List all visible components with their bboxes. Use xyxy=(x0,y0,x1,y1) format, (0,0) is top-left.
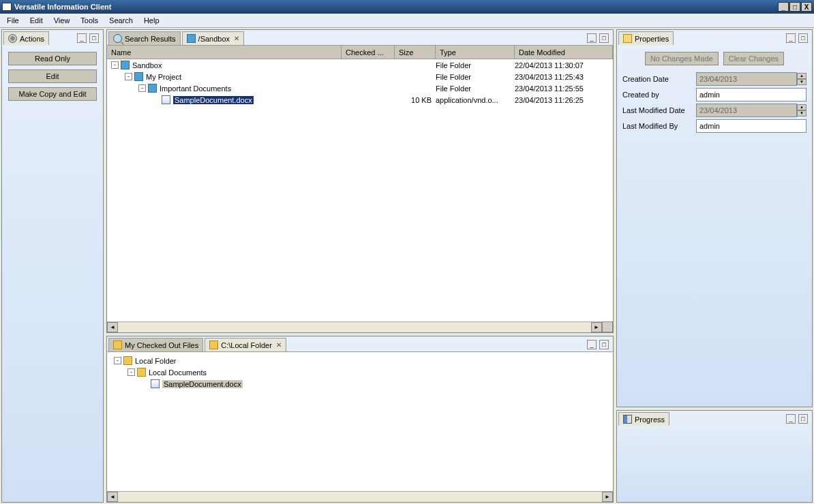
gear-icon xyxy=(8,34,17,43)
created-by-label: Created by xyxy=(622,91,696,99)
properties-tab-label: Properties xyxy=(635,35,669,43)
modified-by-label: Last Modified By xyxy=(622,122,696,130)
make-copy-edit-button[interactable]: Make Copy and Edit xyxy=(8,87,97,101)
sandbox-tab-label: /Sandbox xyxy=(198,35,230,43)
col-name[interactable]: Name xyxy=(107,46,342,59)
tab-actions[interactable]: Actions xyxy=(3,31,49,45)
expander-icon[interactable]: - xyxy=(138,84,146,92)
view-minimize-icon[interactable]: _ xyxy=(587,33,597,43)
actions-tabstrip: Actions _ □ xyxy=(2,30,103,45)
tab-sandbox[interactable]: /Sandbox ✕ xyxy=(182,31,244,45)
maximize-button[interactable]: □ xyxy=(789,2,800,12)
menu-file[interactable]: File xyxy=(1,15,25,26)
search-icon xyxy=(113,34,122,43)
actions-body: Read Only Edit Make Copy and Edit xyxy=(2,45,103,502)
folder-icon xyxy=(209,341,218,349)
menu-view[interactable]: View xyxy=(48,15,76,26)
node-label: Important Documents xyxy=(160,84,231,93)
tree-body[interactable]: -Sandbox File Folder22/04/2013 11:30:07 … xyxy=(107,59,613,321)
folder-icon xyxy=(113,341,122,349)
main-tabstrip: Search Results /Sandbox ✕ _ □ xyxy=(107,30,613,45)
app-icon xyxy=(2,3,12,11)
menu-help[interactable]: Help xyxy=(138,15,165,26)
node-label: Local Documents xyxy=(149,368,207,377)
view-maximize-icon[interactable]: □ xyxy=(599,340,609,349)
date-spinner[interactable]: ▲▼ xyxy=(797,104,807,116)
properties-icon xyxy=(623,34,632,43)
view-minimize-icon[interactable]: _ xyxy=(786,33,796,43)
expander-icon[interactable]: - xyxy=(127,368,135,376)
tree-row[interactable]: -Local Folder xyxy=(110,355,610,366)
tab-checked-out[interactable]: My Checked Out Files xyxy=(108,338,203,351)
expander-icon[interactable]: - xyxy=(114,357,121,364)
local-tabstrip: My Checked Out Files C:\Local Folder ✕ _… xyxy=(107,336,613,351)
local-tree-body[interactable]: -Local Folder -Local Documents SampleDoc… xyxy=(107,352,613,491)
progress-tabstrip: Progress _ □ xyxy=(617,411,812,426)
modified-by-field[interactable]: admin xyxy=(696,119,807,133)
view-maximize-icon[interactable]: □ xyxy=(798,414,808,424)
properties-body: No Changes Made Clear Changes Creation D… xyxy=(617,45,812,142)
clear-changes-button[interactable]: Clear Changes xyxy=(723,52,784,65)
folder-icon xyxy=(121,61,130,69)
document-icon xyxy=(151,379,160,388)
node-label: My Project xyxy=(146,73,181,81)
view-maximize-icon[interactable]: □ xyxy=(798,33,808,43)
tree-row[interactable]: -Sandbox File Folder22/04/2013 11:30:07 xyxy=(107,59,613,71)
creation-date-label: Creation Date xyxy=(622,75,696,83)
read-only-button[interactable]: Read Only xyxy=(8,52,97,65)
node-label: SampleDocument.docx xyxy=(162,380,243,388)
tab-local-folder[interactable]: C:\Local Folder ✕ xyxy=(205,338,286,351)
tree-row[interactable]: -My Project File Folder23/04/2013 11:25:… xyxy=(107,71,613,82)
menu-edit[interactable]: Edit xyxy=(25,15,48,26)
tree-row[interactable]: SampleDocument.docx 10 KBapplication/vnd… xyxy=(107,94,613,106)
col-size[interactable]: Size xyxy=(395,46,436,59)
folder-icon xyxy=(134,72,143,81)
no-changes-button[interactable]: No Changes Made xyxy=(645,52,719,65)
column-headers: Name Checked ... Size Type Date Modified xyxy=(107,46,613,59)
modified-date-field: 23/04/2013 xyxy=(696,104,797,117)
edit-button[interactable]: Edit xyxy=(8,69,97,83)
tree-row[interactable]: -Local Documents xyxy=(110,366,610,378)
progress-body xyxy=(617,426,812,502)
creation-date-field: 23/04/2013 xyxy=(696,72,797,86)
search-tab-label: Search Results xyxy=(125,35,176,43)
view-minimize-icon[interactable]: _ xyxy=(587,340,597,349)
actions-tab-label: Actions xyxy=(20,35,44,43)
view-maximize-icon[interactable]: □ xyxy=(89,33,99,43)
node-label: Local Folder xyxy=(135,357,177,365)
minimize-button[interactable]: _ xyxy=(778,2,789,12)
modified-date-label: Last Modified Date xyxy=(622,106,696,114)
view-maximize-icon[interactable]: □ xyxy=(599,33,609,43)
progress-tab-label: Progress xyxy=(635,415,665,424)
node-label: Sandbox xyxy=(132,61,162,69)
expander-icon[interactable]: - xyxy=(111,61,119,69)
checked-out-tab-label: My Checked Out Files xyxy=(125,341,198,349)
expander-icon[interactable]: - xyxy=(125,73,132,80)
tree-row[interactable]: SampleDocument.docx xyxy=(110,378,610,390)
folder-icon xyxy=(187,34,196,43)
close-tab-icon[interactable]: ✕ xyxy=(276,341,282,349)
col-checked[interactable]: Checked ... xyxy=(342,46,395,59)
col-type[interactable]: Type xyxy=(436,46,515,59)
menu-search[interactable]: Search xyxy=(104,15,138,26)
tree-row[interactable]: -Important Documents File Folder23/04/20… xyxy=(107,82,613,94)
folder-icon xyxy=(137,368,146,377)
scrollbar-horizontal[interactable]: ◄► xyxy=(107,321,602,332)
folder-icon xyxy=(148,84,157,93)
tab-search-results[interactable]: Search Results xyxy=(108,31,181,45)
tab-progress[interactable]: Progress xyxy=(618,412,669,426)
progress-icon xyxy=(623,415,632,424)
window-title: Versatile Information Client xyxy=(14,3,111,11)
view-minimize-icon[interactable]: _ xyxy=(77,33,87,43)
created-by-field[interactable]: admin xyxy=(696,88,807,101)
menu-bar: File Edit View Tools Search Help xyxy=(0,14,814,28)
col-date[interactable]: Date Modified xyxy=(515,46,613,59)
scrollbar-horizontal[interactable]: ◄► xyxy=(107,491,613,502)
tab-properties[interactable]: Properties xyxy=(618,31,674,45)
menu-tools[interactable]: Tools xyxy=(75,15,104,26)
date-spinner[interactable]: ▲▼ xyxy=(797,73,807,85)
close-button[interactable]: X xyxy=(801,2,812,12)
view-minimize-icon[interactable]: _ xyxy=(786,414,796,424)
close-tab-icon[interactable]: ✕ xyxy=(234,35,239,42)
window-title-bar: Versatile Information Client _ □ X xyxy=(0,0,814,14)
